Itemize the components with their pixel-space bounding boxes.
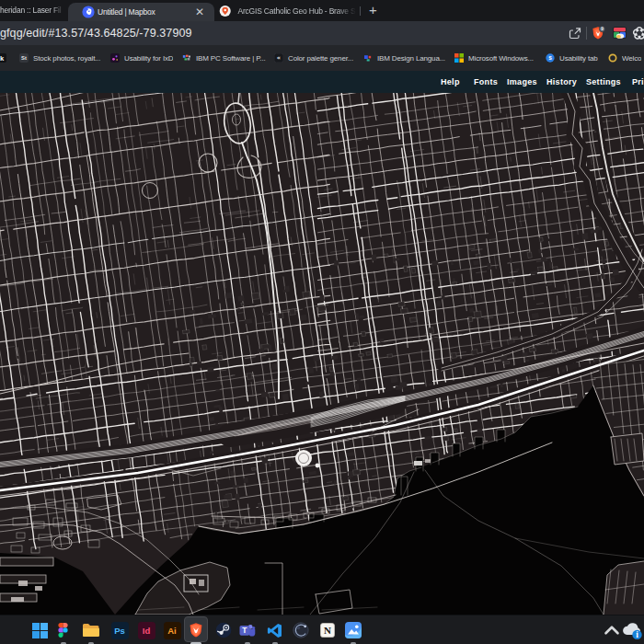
bookmark-label: Welco: [622, 54, 641, 63]
k-icon: k: [0, 53, 6, 63]
tab-close-icon[interactable]: ✕: [193, 6, 206, 18]
screen: heridan :: Laser Fil Untitled | Mapbox ✕…: [0, 0, 644, 644]
taskbar-teams[interactable]: T: [236, 618, 259, 642]
menu-help[interactable]: Help: [441, 71, 460, 93]
onedrive-icon[interactable]: i: [620, 618, 644, 642]
menu-fonts[interactable]: Fonts: [474, 71, 498, 93]
bookmark-label: Stock photos, royalt...: [33, 54, 100, 63]
ibmpc-icon: [182, 53, 191, 63]
svg-text:s: s: [548, 54, 552, 61]
tab-mapbox[interactable]: Untitled | Mapbox ✕: [68, 3, 214, 21]
url-text[interactable]: gfqg/edit/#13.57/43.64825/-79.37909: [0, 21, 192, 45]
bookmark-coolors[interactable]: « Color palette gener...: [274, 45, 353, 71]
menu-images[interactable]: Images: [507, 71, 537, 93]
svg-text:i: i: [636, 630, 638, 639]
new-tab-button[interactable]: +: [365, 3, 381, 18]
tab-separator: [360, 6, 361, 16]
menu-settings[interactable]: Settings: [586, 71, 621, 93]
stock-icon: St: [19, 53, 29, 63]
bookmarks-bar: k St Stock photos, royalt... Usability f…: [0, 45, 644, 71]
ixd-icon: [110, 53, 120, 63]
coolors-icon: «: [274, 53, 283, 63]
svg-text:«: «: [277, 54, 281, 62]
bookmark-label: Color palette gener...: [288, 54, 353, 63]
menu-print[interactable]: Print: [632, 71, 644, 93]
map-viewport[interactable]: [0, 93, 644, 615]
svg-text:T: T: [242, 626, 247, 635]
taskbar-cinema4d[interactable]: [289, 618, 313, 642]
address-bar[interactable]: gfqg/edit/#13.57/43.64825/-79.37909 9: [0, 21, 644, 45]
bookmark-ibmdesign[interactable]: IBM Design Langua...: [363, 45, 445, 71]
taskbar-explorer[interactable]: [79, 618, 103, 642]
bookmark-ixd[interactable]: Usability for IxD: [110, 45, 173, 71]
bookmark-label: Usability for IxD: [124, 54, 173, 63]
bookmark-microsoft[interactable]: Microsoft Windows...: [454, 45, 534, 71]
tab-title: Untitled | Mapbox: [98, 7, 193, 17]
tab-title: ArcGIS Catholic Geo Hub - Brave Sea: [237, 6, 359, 16]
taskbar-photoshop[interactable]: Ps: [108, 618, 132, 642]
taskbar-photos[interactable]: [341, 618, 365, 642]
arcgis-favicon: [219, 5, 231, 17]
taskbar-steam[interactable]: [212, 618, 236, 642]
gold-ring-icon: [608, 53, 617, 63]
svg-text:St: St: [21, 55, 27, 61]
bookmark-ibmpc[interactable]: IBM PC Software | P...: [182, 45, 266, 71]
ibmdesign-icon: [363, 53, 373, 63]
taskbar-figma[interactable]: [52, 618, 75, 642]
share-icon[interactable]: [568, 26, 582, 40]
extension-icon[interactable]: [613, 27, 627, 39]
tab-laser[interactable]: heridan :: Laser Fil: [0, 0, 66, 21]
bookmark-k[interactable]: k: [0, 45, 6, 71]
mapbox-favicon: [82, 6, 95, 18]
tab-arcgis[interactable]: ArcGIS Catholic Geo Hub - Brave Sea: [217, 0, 361, 21]
mapbox-toolbar: Help Fonts Images History Settings Print: [0, 71, 644, 93]
taskbar-start[interactable]: [28, 618, 52, 642]
svg-text:9: 9: [601, 27, 604, 31]
tab-strip: heridan :: Laser Fil Untitled | Mapbox ✕…: [0, 0, 644, 21]
taskbar-notion[interactable]: N: [316, 618, 339, 642]
usability-icon: s: [546, 53, 555, 63]
bookmark-label: IBM Design Langua...: [377, 54, 445, 63]
svg-text:N: N: [324, 625, 331, 636]
bookmark-label: IBM PC Software | P...: [196, 54, 266, 63]
leo-ai-icon[interactable]: [632, 26, 644, 40]
taskbar-illustrator[interactable]: Ai: [160, 618, 184, 642]
map-canvas: [0, 93, 644, 615]
taskbar-vscode[interactable]: [263, 618, 287, 642]
menu-history[interactable]: History: [546, 71, 577, 93]
toolbar-divider: [586, 27, 587, 40]
bookmark-label: Usability tab: [559, 54, 598, 63]
bookmark-label: Microsoft Windows...: [468, 54, 534, 63]
taskbar: Ps Id Ai T N i: [0, 615, 644, 644]
bookmark-stock[interactable]: St Stock photos, royalt...: [19, 45, 100, 71]
bookmark-welcome[interactable]: Welco: [608, 45, 641, 71]
brave-shield-icon[interactable]: 9: [591, 26, 605, 40]
taskbar-indesign[interactable]: Id: [134, 618, 158, 642]
bookmark-usability[interactable]: s Usability tab: [546, 45, 598, 71]
taskbar-brave[interactable]: [184, 618, 208, 642]
microsoft-icon: [454, 53, 464, 63]
